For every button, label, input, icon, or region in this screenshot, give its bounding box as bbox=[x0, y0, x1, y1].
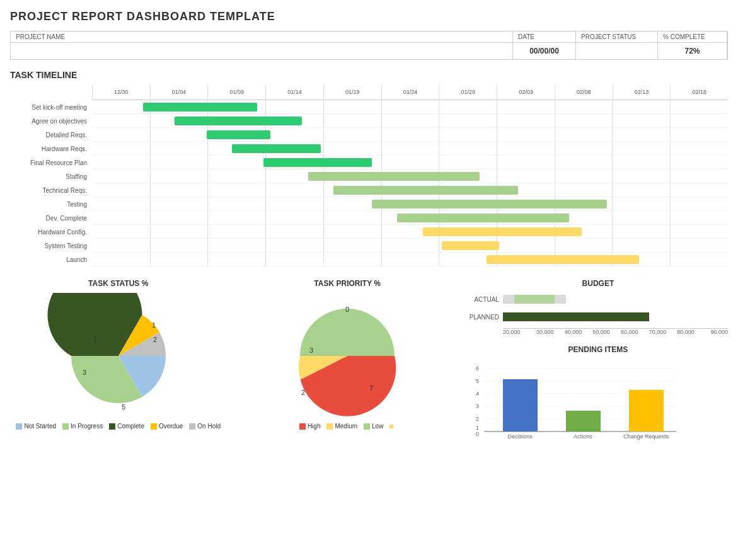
gantt-row-0 bbox=[92, 100, 728, 114]
legend-dot-on-hold bbox=[189, 423, 195, 430]
gantt-bar-0 bbox=[143, 103, 258, 111]
label-complete-num: 5 bbox=[122, 403, 125, 411]
legend-low: Low bbox=[364, 423, 383, 430]
gantt-label-7: Testing bbox=[10, 197, 92, 211]
gantt-row-5 bbox=[92, 169, 728, 183]
gantt-bar-10 bbox=[442, 241, 499, 250]
legend-label-complete: Complete bbox=[117, 423, 144, 430]
legend-not-started: Not Started bbox=[16, 423, 56, 430]
legend-label-not-started: Not Started bbox=[24, 423, 56, 430]
svg-text:3: 3 bbox=[476, 403, 479, 409]
task-priority-legend: High Medium Low bbox=[239, 423, 455, 430]
budget-pending-section: BUDGET ACTUAL PLANNED 20,000 30,000 bbox=[468, 279, 728, 442]
label-in-progress-num2: 3 bbox=[83, 369, 86, 376]
gantt-row-11 bbox=[92, 253, 728, 266]
pending-bar-decisions bbox=[503, 379, 538, 431]
gantt-bar-8 bbox=[397, 214, 568, 222]
label-in-progress-num: 1 bbox=[93, 336, 97, 343]
bottom-section: TASK STATUS % 2 1 3 5 bbox=[10, 279, 728, 442]
gantt-row-4 bbox=[92, 156, 728, 169]
label-high-num: 7 bbox=[369, 384, 373, 392]
project-name-value[interactable] bbox=[11, 43, 513, 59]
complete-label: % COMPLETE bbox=[658, 31, 727, 42]
gantt-label-10: System Testing bbox=[10, 239, 92, 253]
task-priority-title: TASK PRIORITY % bbox=[239, 279, 455, 288]
legend-label-medium: Medium bbox=[335, 423, 357, 430]
legend-dot-in-progress bbox=[62, 423, 69, 430]
svg-text:0: 0 bbox=[476, 431, 479, 437]
status-label: PROJECT STATUS bbox=[576, 31, 658, 42]
legend-dot-medium bbox=[326, 423, 333, 430]
legend-label-high: High bbox=[308, 423, 321, 430]
legend-label-low: Low bbox=[372, 423, 383, 430]
legend-label-overdue: Overdue bbox=[159, 423, 183, 430]
svg-text:5: 5 bbox=[476, 378, 479, 384]
label-medium-num: 2 bbox=[301, 389, 305, 396]
legend-label-in-progress: In Progress bbox=[71, 423, 103, 430]
date-label: DATE bbox=[513, 31, 576, 42]
legend-medium: Medium bbox=[326, 423, 357, 430]
pending-title: PENDING ITEMS bbox=[468, 345, 728, 354]
gantt-bar-4 bbox=[263, 158, 372, 167]
legend-dot-not-started bbox=[16, 423, 22, 430]
budget-actual-bar2 bbox=[514, 295, 555, 304]
task-priority-pie: 7 2 3 0 bbox=[239, 293, 455, 419]
pending-bar-actions bbox=[566, 411, 601, 431]
complete-value: 72% bbox=[658, 43, 727, 59]
gantt-row-8 bbox=[92, 211, 728, 225]
project-name-label: PROJECT NAME bbox=[11, 31, 513, 42]
gantt-dates-header: 12/30 01/04 01/09 01/14 01/19 01/24 01/2… bbox=[92, 85, 728, 100]
date-value[interactable]: 00/00/00 bbox=[513, 43, 576, 59]
pending-chart: 6 5 4 3 2 1 0 Deci bbox=[468, 359, 728, 442]
svg-text:4: 4 bbox=[476, 391, 479, 397]
label-zero-num: 0 bbox=[345, 306, 349, 313]
gantt-label-11: Launch bbox=[10, 253, 92, 266]
budget-planned-row: PLANNED bbox=[468, 311, 728, 323]
gantt-bars-area: 12/30 01/04 01/09 01/14 01/19 01/24 01/2… bbox=[92, 85, 728, 266]
budget-actual-bars bbox=[503, 293, 728, 306]
svg-text:1: 1 bbox=[476, 425, 479, 431]
budget-planned-bar bbox=[503, 312, 649, 321]
status-value[interactable] bbox=[576, 43, 658, 59]
gantt-label-8: Dev. Complete bbox=[10, 211, 92, 225]
gantt-label-2: Detailed Reqs. bbox=[10, 128, 92, 142]
pending-label-decisions: Decisions bbox=[507, 433, 533, 440]
gantt-bar-9 bbox=[423, 227, 582, 236]
legend-complete: Complete bbox=[109, 423, 144, 430]
gantt-row-1 bbox=[92, 114, 728, 128]
gantt-rows bbox=[92, 100, 728, 266]
gantt-row-10 bbox=[92, 239, 728, 253]
task-status-title: TASK STATUS % bbox=[10, 279, 226, 288]
gantt-bar-11 bbox=[487, 255, 639, 264]
legend-dot-low bbox=[364, 423, 370, 430]
task-status-legend: Not Started In Progress Complete Overdue… bbox=[10, 423, 226, 430]
gantt-bar-6 bbox=[333, 186, 518, 195]
timeline-title: TASK TIMELINE bbox=[10, 70, 728, 80]
legend-dot-overdue bbox=[151, 423, 157, 430]
legend-dot-unknown bbox=[389, 425, 393, 428]
budget-chart: ACTUAL PLANNED 20,000 30,000 40,000 50,0… bbox=[468, 293, 728, 335]
budget-planned-label: PLANNED bbox=[468, 314, 503, 321]
priority-low bbox=[300, 309, 395, 356]
project-info: PROJECT NAME DATE PROJECT STATUS % COMPL… bbox=[10, 31, 728, 60]
label-overdue-num: 1 bbox=[152, 321, 156, 329]
legend-label-on-hold: On Hold bbox=[197, 423, 221, 430]
legend-dot-complete bbox=[109, 423, 115, 430]
pending-svg: 6 5 4 3 2 1 0 Deci bbox=[468, 359, 683, 441]
label-low-num: 3 bbox=[309, 346, 313, 354]
legend-in-progress: In Progress bbox=[62, 423, 103, 430]
gantt-chart: Set kick-off meeting Agree on objectives… bbox=[10, 85, 728, 266]
svg-text:6: 6 bbox=[476, 365, 479, 372]
legend-unknown bbox=[389, 423, 395, 430]
gantt-row-3 bbox=[92, 142, 728, 156]
project-info-labels: PROJECT NAME DATE PROJECT STATUS % COMPL… bbox=[10, 31, 728, 42]
project-info-values: 00/00/00 72% bbox=[10, 42, 728, 60]
gantt-row-2 bbox=[92, 128, 728, 142]
label-not-started: 2 bbox=[153, 336, 157, 343]
budget-title: BUDGET bbox=[468, 279, 728, 288]
task-status-pie: 2 1 3 5 1 bbox=[10, 293, 226, 419]
pending-label-change-requests: Change Requests bbox=[623, 433, 669, 440]
gantt-row-7 bbox=[92, 197, 728, 211]
gantt-bar-1 bbox=[175, 117, 302, 125]
gantt-label-0: Set kick-off meeting bbox=[10, 100, 92, 114]
